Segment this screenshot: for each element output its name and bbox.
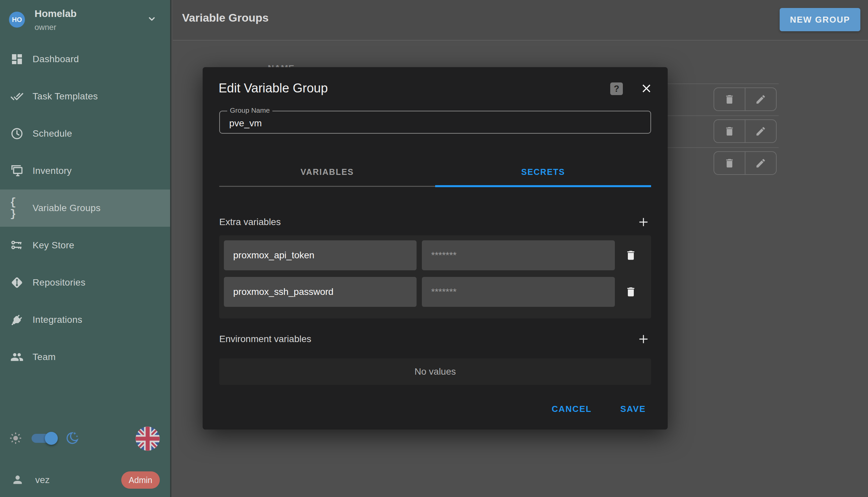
sidebar: HO Homelab owner Dashboard Task Template… (0, 0, 172, 497)
uk-flag-icon[interactable] (135, 427, 160, 451)
delete-group-button[interactable] (714, 120, 745, 142)
edit-group-button[interactable] (745, 120, 776, 142)
secret-name-input[interactable] (224, 277, 416, 307)
dark-mode-toggle[interactable] (32, 434, 57, 443)
group-name-field: Group Name (219, 111, 651, 134)
cancel-button[interactable]: CANCEL (548, 400, 595, 418)
delete-secret-button[interactable] (615, 240, 646, 270)
environment-variables-header: Environment variables (219, 332, 651, 347)
plug-icon (10, 313, 24, 327)
project-switcher[interactable]: HO Homelab owner (0, 0, 170, 41)
keys-icon (10, 238, 24, 252)
sidebar-item-key-store[interactable]: Key Store (0, 227, 170, 264)
sidebar-item-schedule[interactable]: Schedule (0, 115, 170, 152)
dashboard-icon (10, 52, 24, 66)
delete-group-button[interactable] (714, 88, 745, 110)
dialog-title: Edit Variable Group (219, 81, 328, 96)
edit-group-button[interactable] (745, 152, 776, 174)
topbar: Variable Groups NEW GROUP (173, 0, 868, 41)
sidebar-item-inventory[interactable]: Inventory (0, 152, 170, 189)
secret-name-input[interactable] (224, 240, 416, 270)
moon-icon (64, 430, 79, 447)
sidebar-item-team[interactable]: Team (0, 338, 170, 376)
dialog-actions: CANCEL SAVE (548, 400, 649, 418)
clock-icon (10, 127, 24, 141)
close-icon[interactable] (639, 81, 654, 96)
page-title: Variable Groups (182, 11, 269, 24)
theme-row (0, 427, 170, 451)
team-icon (10, 350, 24, 364)
monitor-icon (10, 164, 24, 178)
secret-row (224, 277, 646, 307)
secret-value-input[interactable] (422, 240, 615, 270)
delete-secret-button[interactable] (615, 277, 646, 307)
project-avatar: HO (9, 12, 25, 28)
sidebar-item-label: Repositories (32, 277, 85, 288)
username: vez (35, 475, 50, 485)
group-name-input[interactable] (220, 111, 650, 133)
no-values-text: No values (415, 366, 456, 377)
toggle-thumb (45, 432, 58, 445)
help-button[interactable]: ? (610, 83, 623, 95)
sidebar-item-label: Schedule (32, 128, 72, 139)
sidebar-item-label: Dashboard (32, 54, 79, 65)
environment-variables-panel: No values (219, 358, 651, 385)
sidebar-item-label: Team (32, 352, 56, 363)
sidebar-item-label: Inventory (32, 166, 72, 176)
extra-variables-label: Extra variables (219, 217, 281, 227)
sidebar-item-label: Key Store (32, 240, 74, 251)
dialog-tabs: VARIABLES SECRETS (219, 158, 651, 187)
active-tab-indicator (435, 185, 651, 187)
sidebar-nav: Dashboard Task Templates Schedule (0, 41, 170, 376)
sidebar-item-dashboard[interactable]: Dashboard (0, 41, 170, 78)
extra-variables-panel (219, 236, 651, 318)
extra-variables-header: Extra variables (219, 215, 651, 230)
sidebar-item-label: Integrations (32, 314, 83, 325)
sidebar-item-variable-groups[interactable]: { } Variable Groups (0, 189, 170, 227)
project-name: Homelab (34, 8, 77, 19)
table-row-actions (713, 119, 777, 143)
sidebar-item-integrations[interactable]: Integrations (0, 301, 170, 338)
user-row[interactable]: vez Admin (0, 468, 170, 491)
edit-variable-group-dialog: Edit Variable Group ? Group Name VARIABL… (203, 67, 668, 429)
app-screen: HO Homelab owner Dashboard Task Template… (0, 0, 868, 497)
project-role: owner (34, 23, 56, 32)
edit-group-button[interactable] (745, 88, 776, 110)
user-icon (11, 473, 24, 487)
sun-icon (9, 431, 23, 446)
environment-variables-label: Environment variables (219, 334, 311, 344)
add-extra-variable-button[interactable] (636, 215, 651, 230)
admin-badge: Admin (121, 471, 160, 489)
chevron-down-icon[interactable] (146, 13, 158, 26)
tab-variables[interactable]: VARIABLES (219, 158, 435, 186)
table-row-actions (713, 87, 777, 111)
delete-group-button[interactable] (714, 152, 745, 174)
secret-value-input[interactable] (422, 277, 615, 307)
sidebar-item-label: Task Templates (32, 91, 98, 102)
braces-icon: { } (10, 201, 24, 215)
check-all-icon (10, 89, 24, 103)
git-icon (10, 275, 24, 289)
tab-secrets[interactable]: SECRETS (435, 158, 651, 186)
table-row-actions (713, 151, 777, 175)
sidebar-item-label: Variable Groups (32, 203, 101, 213)
secret-row (224, 240, 646, 270)
sidebar-item-task-templates[interactable]: Task Templates (0, 78, 170, 115)
new-group-button[interactable]: NEW GROUP (780, 8, 860, 31)
sidebar-item-repositories[interactable]: Repositories (0, 264, 170, 301)
add-environment-variable-button[interactable] (636, 332, 651, 347)
save-button[interactable]: SAVE (617, 400, 649, 418)
